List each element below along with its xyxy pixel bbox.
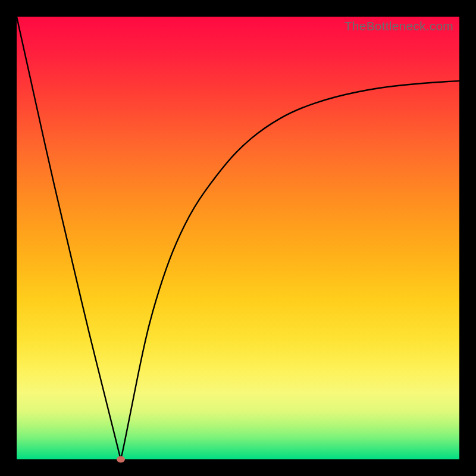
chart-frame: TheBottleneck.com [0, 0, 476, 476]
optimal-point-marker [117, 456, 125, 463]
plot-area: TheBottleneck.com [17, 17, 459, 459]
bottleneck-curve [17, 17, 459, 459]
